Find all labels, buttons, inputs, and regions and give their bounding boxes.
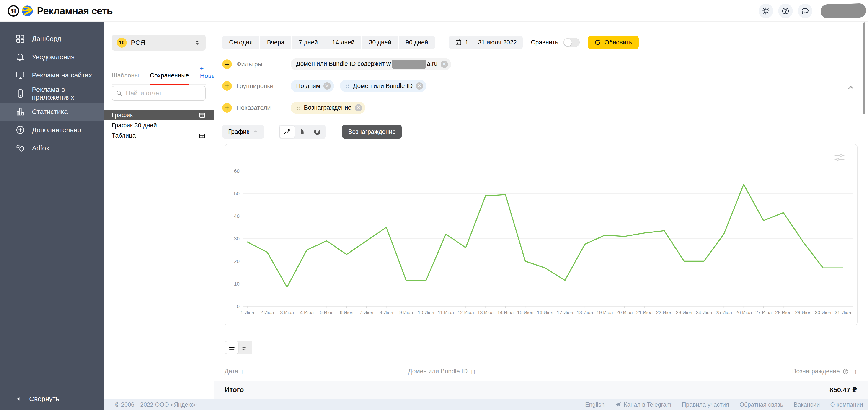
add-filters-button[interactable]: + — [222, 60, 232, 69]
remove-pill-icon[interactable]: ✕ — [416, 82, 423, 90]
settings-collapse-button[interactable] — [847, 83, 857, 93]
drag-icon — [296, 104, 301, 111]
chart-type-bars[interactable] — [295, 126, 310, 138]
account-selector[interactable]: 10 РСЯ — [112, 35, 206, 51]
pill-label: Домен или Bundle ID содержит wa.ru — [296, 60, 437, 69]
report-item-grafik-30[interactable]: График 30 дней — [104, 120, 214, 131]
compare-label: Сравнить — [531, 39, 558, 46]
x-tick-label: 18 Июл — [577, 310, 593, 315]
chart-settings-icon[interactable] — [834, 154, 845, 161]
remove-pill-icon[interactable]: ✕ — [441, 61, 448, 68]
pill[interactable]: Домен или Bundle ID содержит wa.ru✕ — [290, 58, 451, 70]
report-search-input[interactable] — [126, 90, 202, 97]
pill[interactable]: Вознаграждение✕ — [290, 102, 365, 114]
column-label: Домен или Bundle ID — [408, 368, 468, 375]
range-14d-button[interactable]: 14 дней — [325, 36, 361, 49]
metrics-pills: Вознаграждение✕ — [290, 102, 365, 114]
footer-link-jobs[interactable]: Вакансии — [794, 401, 820, 408]
column-label: Вознаграждение — [792, 368, 840, 375]
column-header-date[interactable]: Дата ↓↑ — [224, 368, 246, 375]
footer-link-label: Обратная связь — [739, 401, 783, 408]
telegram-icon — [615, 401, 621, 408]
tab-templates[interactable]: Шаблоны — [112, 72, 139, 85]
calendar-icon — [455, 39, 462, 46]
sidebar-item-more[interactable]: Дополнительно — [0, 121, 104, 139]
vertical-scrollbar[interactable] — [863, 22, 866, 115]
footer-link-feedback[interactable]: Обратная связь — [739, 401, 783, 408]
remove-pill-icon[interactable]: ✕ — [355, 104, 362, 112]
compare-toggle[interactable] — [563, 38, 580, 47]
x-tick-label: 2 Июл — [260, 310, 274, 315]
range-7d-button[interactable]: 7 дней — [292, 36, 324, 49]
footer-link-company[interactable]: О компании — [830, 401, 863, 408]
settings-button[interactable] — [758, 4, 773, 18]
chart-type-switcher — [279, 125, 326, 139]
column-header-domain[interactable]: Домен или Bundle ID ↓↑ — [408, 368, 476, 375]
pill[interactable]: По дням✕ — [290, 80, 334, 92]
app-logo[interactable]: Я Рекламная сеть — [8, 5, 113, 17]
report-item-grafik[interactable]: График — [104, 110, 214, 120]
footer-link-rules[interactable]: Правила участия — [682, 401, 729, 408]
x-tick-label: 4 Июл — [300, 310, 314, 315]
yandex-ya-icon: Я — [8, 5, 19, 17]
x-tick-label: 3 Июл — [280, 310, 294, 315]
sort-icon[interactable]: ↓↑ — [851, 368, 857, 375]
pill[interactable]: Домен или Bundle ID✕ — [340, 80, 427, 92]
remove-pill-icon[interactable]: ✕ — [323, 82, 331, 90]
line-chart[interactable]: 01020304050601 Июл2 Июл3 Июл4 Июл5 Июл6 … — [225, 145, 857, 325]
chart-line — [247, 184, 843, 287]
chart-type-line[interactable] — [280, 126, 295, 138]
x-tick-label: 24 Июл — [696, 310, 712, 315]
help-icon[interactable] — [842, 368, 849, 375]
sidebar-item-ads-sites[interactable]: Реклама на сайтах — [0, 66, 104, 84]
chart-section-toggle[interactable]: График — [222, 125, 264, 138]
range-90d-button[interactable]: 90 дней — [399, 36, 435, 49]
report-item-tablica[interactable]: Таблица — [104, 131, 214, 141]
filters-label: Фильтры — [237, 61, 281, 68]
date-range-button[interactable]: 1 — 31 июля 2022 — [449, 36, 523, 49]
refresh-button[interactable]: Обновить — [588, 36, 639, 49]
sidebar-item-statistics[interactable]: Статистика — [0, 102, 104, 121]
report-item-label: График — [112, 112, 133, 119]
sidebar-item-label: Реклама в приложениях — [32, 86, 104, 101]
chart-section-label: График — [228, 128, 249, 135]
add-groupings-button[interactable]: + — [222, 81, 232, 91]
flat-list-view-button[interactable] — [225, 341, 239, 354]
flat-list-icon — [228, 344, 235, 351]
reports-panel: 10 РСЯ ШаблоныСохраненные+ Новый ГрафикГ… — [104, 22, 214, 399]
account-label: РСЯ — [131, 39, 190, 46]
x-tick-label: 25 Июл — [715, 310, 732, 315]
sidebar-item-adfox[interactable]: Adfox — [0, 139, 104, 157]
user-account-redacted[interactable] — [820, 3, 866, 19]
footer-link-telegram[interactable]: Канал в Telegram — [615, 401, 671, 408]
sidebar-item-notifications[interactable]: Уведомления — [0, 48, 104, 66]
report-item-label: Таблица — [112, 132, 136, 139]
reports-tabs: ШаблоныСохраненные+ Новый — [112, 65, 206, 85]
sidebar-item-dashboard[interactable]: Дашборд — [0, 30, 104, 48]
metric-series-button[interactable]: Вознаграждение — [342, 125, 402, 138]
footer-link-english[interactable]: English — [585, 401, 604, 408]
help-button[interactable] — [778, 4, 793, 18]
range-today-button[interactable]: Сегодня — [222, 36, 259, 49]
range-30d-button[interactable]: 30 дней — [362, 36, 398, 49]
sort-icon[interactable]: ↓↑ — [241, 368, 246, 375]
tree-view-button[interactable] — [239, 341, 252, 354]
sidebar-collapse-button[interactable]: Свернуть — [16, 395, 59, 403]
add-metrics-button[interactable]: + — [222, 103, 232, 113]
question-icon — [781, 7, 789, 15]
range-yesterday-button[interactable]: Вчера — [260, 36, 291, 49]
column-header-reward[interactable]: Вознаграждение ↓↑ — [792, 368, 857, 375]
sort-icon[interactable]: ↓↑ — [470, 368, 476, 375]
feedback-chat-button[interactable] — [798, 4, 812, 18]
table-view-toggle — [224, 341, 252, 354]
chart-controls: График Вознаграждение — [222, 125, 402, 139]
chart-type-donut[interactable] — [310, 126, 325, 138]
x-tick-label: 31 Июл — [835, 310, 851, 315]
groupings-pills: По дням✕Домен или Bundle ID✕ — [290, 80, 426, 92]
x-tick-label: 20 Июл — [616, 310, 633, 315]
x-tick-label: 27 Июл — [755, 310, 772, 315]
sidebar-item-ads-apps[interactable]: Реклама в приложениях — [0, 84, 104, 102]
tab-saved[interactable]: Сохраненные — [150, 72, 189, 85]
x-tick-label: 10 Июл — [418, 310, 434, 315]
x-tick-label: 19 Июл — [596, 310, 613, 315]
